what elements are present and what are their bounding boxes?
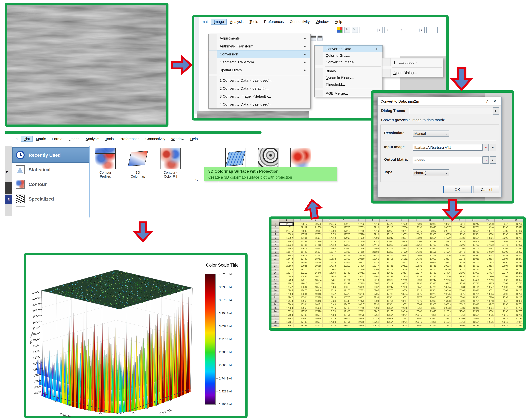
matrix-cell[interactable]: 18761 [451,254,466,257]
matrix-cell[interactable]: 19275 [451,257,466,261]
menubar-item-matrix[interactable]: Matrix [33,136,49,142]
input-image-flyout-button[interactable]: ▸ [490,144,496,151]
matrix-cell[interactable]: 17733 [480,271,495,275]
matrix-cell[interactable]: 18504 [394,236,409,240]
matrix-cell[interactable]: 15677 [294,247,308,250]
matrix-cell[interactable]: 17476 [495,243,509,247]
row-header-24[interactable]: 24 [271,303,279,306]
matrix-cell[interactable]: 18761 [495,247,509,250]
matrix-cell[interactable]: 17990 [495,233,509,236]
matrix-cell[interactable]: 16705 [394,240,409,243]
matrix-cell[interactable]: 18247 [466,275,480,278]
matrix-cell[interactable]: 17476 [337,292,351,296]
matrix-cell[interactable]: 18504 [380,320,394,324]
matrix-cell[interactable]: 17733 [308,254,322,257]
matrix-cell[interactable]: 17990 [322,320,337,324]
matrix-cell[interactable]: 17990 [409,226,423,229]
matrix-cell[interactable]: 18247 [466,268,480,271]
matrix-cell[interactable]: 20046 [466,317,480,320]
menubar-item-window[interactable]: Window [169,136,187,142]
matrix-cell[interactable]: 17219 [351,306,366,310]
matrix-cell[interactable]: 17990 [509,243,523,247]
matrix-cell[interactable]: 19532 [480,289,495,292]
matrix-cell[interactable]: 18504 [322,226,337,229]
menubar-item-preferences[interactable]: Preferences [117,136,142,142]
matrix-cell[interactable]: 16705 [451,247,466,250]
row-header-8[interactable]: 8 [271,247,279,250]
matrix-cell[interactable]: 17990 [394,250,409,254]
menubar-item-image[interactable]: Image [67,136,82,142]
matrix-cell[interactable]: 16705 [337,296,351,299]
matrix-cell[interactable]: 20046 [409,233,423,236]
matrix-cell[interactable]: 18761 [366,313,380,317]
matrix-cell[interactable]: 17219 [322,296,337,299]
matrix-cell[interactable]: 18761 [394,313,409,317]
matrix-cell[interactable]: 18761 [308,282,322,285]
matrix-cell[interactable]: 17733 [308,233,322,236]
image-menu-item-conversion[interactable]: Conversion▸ [209,50,310,58]
matrix-cell[interactable]: 18761 [480,268,495,271]
matrix-cell[interactable]: 18247 [480,303,495,306]
matrix-cell[interactable]: 15677 [308,247,322,250]
row-header-12[interactable]: 12 [271,261,279,264]
matrix-cell[interactable]: 17476 [437,271,451,275]
matrix-cell[interactable]: 17990 [409,324,423,327]
matrix-cell[interactable]: 15934 [451,285,466,289]
matrix-cell[interactable]: 17990 [279,310,294,313]
image-menu-item-spatial-filters[interactable]: Spatial Filters▸ [209,66,310,74]
menubar-item-plot[interactable]: Plot [21,136,33,142]
matrix-cell[interactable]: 15163 [279,240,294,243]
row-header-11[interactable]: 11 [271,257,279,261]
matrix-cell[interactable]: 18247 [466,222,480,226]
matrix-cell[interactable]: 17990 [409,278,423,282]
matrix-cell[interactable]: 17990 [495,226,509,229]
matrix-cell[interactable]: 18247 [509,289,523,292]
matrix-cell[interactable]: 24158 [337,254,351,257]
matrix-cell[interactable]: 18504 [466,229,480,233]
matrix-cell[interactable]: 18504 [480,264,495,268]
matrix-cell[interactable]: 19532 [294,261,308,264]
matrix-cell[interactable]: 17733 [437,324,451,327]
recalculate-combo[interactable]: Manual⌄ [413,130,449,137]
matrix-cell[interactable]: 19275 [451,229,466,233]
matrix-cell[interactable]: 19018 [409,268,423,271]
menubar-item-format[interactable]: Format [49,136,66,142]
matrix-cell[interactable]: 16705 [380,289,394,292]
matrix-cell[interactable]: 20303 [451,317,466,320]
matrix-cell[interactable]: 17733 [480,243,495,247]
theme-flyout-button[interactable]: ▶ [493,107,499,115]
matrix-cell[interactable]: 17990 [279,292,294,296]
convert-to-data-menu-item-1-last-used[interactable]: 1 <Last used> [383,58,443,66]
matrix-cell[interactable]: 16962 [495,278,509,282]
matrix-cell[interactable]: 18761 [509,268,523,271]
matrix-cell[interactable]: 19018 [322,324,337,327]
matrix-cell[interactable]: 17219 [322,236,337,240]
matrix-cell[interactable]: 17476 [366,243,380,247]
matrix-cell[interactable]: 17219 [366,222,380,226]
matrix-cell[interactable]: 17219 [294,271,308,275]
matrix-cell[interactable]: 16191 [394,254,409,257]
matrix-cell[interactable]: 19275 [294,268,308,271]
matrix-cell[interactable]: 16448 [509,275,523,278]
matrix-cell[interactable]: 16448 [308,271,322,275]
matrix-cell[interactable]: 17219 [337,264,351,268]
matrix-cell[interactable]: 17219 [366,229,380,233]
matrix-cell[interactable]: 17733 [451,236,466,240]
matrix-cell[interactable]: 16448 [294,275,308,278]
matrix-cell[interactable]: 18761 [437,317,451,320]
matrix-cell[interactable]: 17476 [294,289,308,292]
matrix-cell[interactable]: 20046 [466,289,480,292]
conversion-menu-item-convert-to-image[interactable]: Convert to Image... [315,59,383,65]
matrix-cell[interactable]: 19532 [409,264,423,268]
matrix-cell[interactable]: 19532 [394,264,409,268]
matrix-cell[interactable]: 18504 [337,324,351,327]
matrix-cell[interactable]: 16448 [308,289,322,292]
matrix-cell[interactable]: 18504 [322,285,337,289]
menubar-item-connectivity[interactable]: Connectivity [287,19,312,25]
matrix-cell[interactable]: 20046 [279,268,294,271]
matrix-cell[interactable]: 18761 [366,275,380,278]
matrix-cell[interactable]: 16191 [423,250,437,254]
matrix-cell[interactable]: 18761 [380,264,394,268]
matrix-cell[interactable]: 18761 [294,233,308,236]
matrix-cell[interactable]: 16705 [322,271,337,275]
